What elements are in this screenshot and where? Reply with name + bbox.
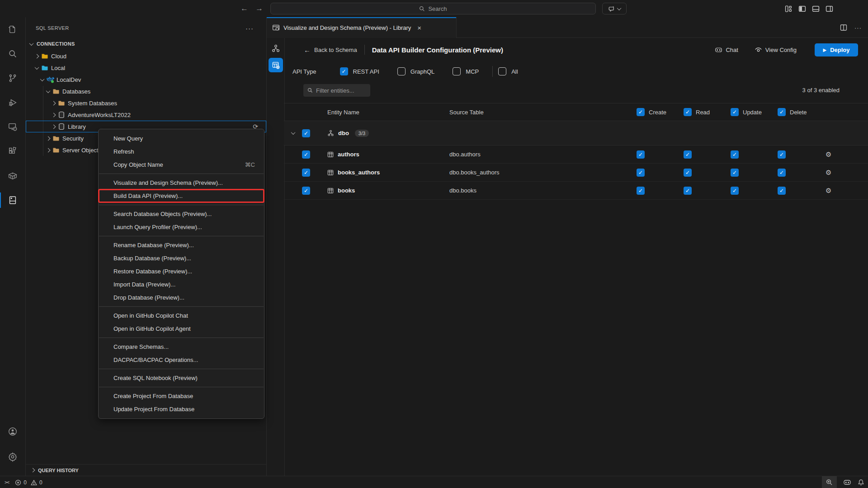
update-checkbox[interactable]: ✓ xyxy=(731,187,739,195)
api-type-graphql[interactable]: GraphQL xyxy=(397,67,434,75)
tab-visualize-design-schema[interactable]: Visualize and Design Schema (Preview) - … xyxy=(267,17,457,38)
remote-explorer-icon[interactable] xyxy=(0,115,25,139)
split-editor-icon[interactable] xyxy=(840,24,847,31)
extensions-icon[interactable] xyxy=(0,139,25,164)
tree-item-adventureworks[interactable]: AdventureWorksLT2022 xyxy=(26,109,266,121)
api-type-mcp[interactable]: MCP xyxy=(453,67,479,75)
checkbox-unchecked-icon[interactable] xyxy=(397,67,406,75)
checkbox-unchecked-icon[interactable] xyxy=(498,67,506,75)
create-checkbox[interactable]: ✓ xyxy=(637,169,645,177)
tree-item-localdev[interactable]: LocalDev xyxy=(26,74,266,85)
create-checkbox[interactable]: ✓ xyxy=(637,187,645,195)
toggle-panel-icon[interactable] xyxy=(812,5,820,13)
api-type-rest[interactable]: ✓ REST API xyxy=(340,67,379,75)
table-row-books-authors[interactable]: ✓ books_authors dbo.books_authors ✓ ✓ ✓ … xyxy=(284,164,868,182)
explorer-icon[interactable] xyxy=(0,17,25,42)
container-icon[interactable] xyxy=(0,164,25,188)
run-debug-icon[interactable] xyxy=(0,90,25,115)
menu-item-copy-object-name[interactable]: Copy Object Name⌘C xyxy=(99,158,264,171)
menu-item-rename-database[interactable]: Rename Database (Preview)... xyxy=(99,239,264,252)
menu-item-refresh[interactable]: Refresh xyxy=(99,145,264,158)
delete-all-checkbox[interactable]: ✓ xyxy=(778,108,786,116)
menu-divider xyxy=(99,174,264,174)
close-icon[interactable]: × xyxy=(417,24,421,32)
remote-indicator-icon[interactable]: >< xyxy=(5,479,9,485)
schema-diagram-icon[interactable] xyxy=(272,44,280,52)
checkbox-unchecked-icon[interactable] xyxy=(453,67,461,75)
chat-button[interactable]: Chat xyxy=(715,47,738,53)
group-checkbox[interactable]: ✓ xyxy=(302,129,310,137)
menu-item-visualize-design-schema[interactable]: Visualize and Design Schema (Preview)... xyxy=(99,176,264,189)
row-settings-gear-icon[interactable]: ⚙ xyxy=(825,169,868,177)
menu-item-create-sql-notebook[interactable]: Create SQL Notebook (Preview) xyxy=(99,371,264,385)
menu-item-compare-schemas[interactable]: Compare Schemas... xyxy=(99,340,264,353)
delete-checkbox[interactable]: ✓ xyxy=(778,187,786,195)
menu-item-dacpac-bacpac[interactable]: DACPAC/BACPAC Operations... xyxy=(99,353,264,366)
filter-entities-field[interactable] xyxy=(316,87,366,94)
table-row-authors[interactable]: ✓ authors dbo.authors ✓ ✓ ✓ ✓ ⚙ xyxy=(284,145,868,164)
row-checkbox[interactable]: ✓ xyxy=(302,187,310,195)
update-all-checkbox[interactable]: ✓ xyxy=(731,108,739,116)
checkbox-checked-icon[interactable]: ✓ xyxy=(340,67,348,75)
delete-checkbox[interactable]: ✓ xyxy=(778,150,786,159)
menu-item-open-copilot-chat[interactable]: Open in GitHub Copilot Chat xyxy=(99,309,264,322)
row-checkbox[interactable]: ✓ xyxy=(302,169,310,177)
settings-gear-icon[interactable] xyxy=(0,444,25,469)
search-input[interactable]: Search xyxy=(270,3,596,14)
menu-item-import-data[interactable]: Import Data (Preview)... xyxy=(99,278,264,291)
menu-item-create-project[interactable]: Create Project From Database xyxy=(99,389,264,403)
copilot-status-icon[interactable] xyxy=(843,479,851,486)
read-checkbox[interactable]: ✓ xyxy=(684,150,692,159)
filter-entities-input[interactable] xyxy=(303,84,370,97)
schema-group-row[interactable]: ✓ dbo 3/3 xyxy=(284,121,868,145)
menu-item-search-database-objects[interactable]: Search Database Objects (Preview)... xyxy=(99,207,264,221)
row-settings-gear-icon[interactable]: ⚙ xyxy=(825,187,868,195)
nav-back-icon[interactable]: ← xyxy=(241,4,248,13)
nav-forward-icon[interactable]: → xyxy=(255,4,263,13)
account-icon[interactable] xyxy=(0,419,25,444)
menu-item-launch-query-profiler[interactable]: Launch Query Profiler (Preview)... xyxy=(99,221,264,234)
read-all-checkbox[interactable]: ✓ xyxy=(684,108,692,116)
tree-item-databases[interactable]: Databases xyxy=(26,85,266,97)
update-checkbox[interactable]: ✓ xyxy=(731,150,739,159)
update-checkbox[interactable]: ✓ xyxy=(731,169,739,177)
source-control-icon[interactable] xyxy=(0,66,25,90)
delete-checkbox[interactable]: ✓ xyxy=(778,169,786,177)
notifications-bell-icon[interactable] xyxy=(858,479,864,486)
read-checkbox[interactable]: ✓ xyxy=(684,169,692,177)
search-sidebar-icon[interactable] xyxy=(0,42,25,66)
menu-item-open-copilot-agent[interactable]: Open in GitHub Copilot Agent xyxy=(99,322,264,335)
more-actions-icon[interactable]: ··· xyxy=(854,24,862,31)
connections-section-header[interactable]: CONNECTIONS xyxy=(26,38,266,50)
menu-item-build-data-api[interactable]: Build Data API (Preview)... xyxy=(99,189,264,202)
sql-server-icon[interactable] xyxy=(0,188,25,212)
chevron-down-icon[interactable] xyxy=(291,130,295,135)
sidebar-more-actions-icon[interactable]: ··· xyxy=(245,24,254,32)
toggle-right-sidebar-icon[interactable] xyxy=(826,5,833,13)
row-settings-gear-icon[interactable]: ⚙ xyxy=(825,150,868,159)
query-history-section-header[interactable]: QUERY HISTORY xyxy=(26,464,266,476)
create-checkbox[interactable]: ✓ xyxy=(637,150,645,159)
menu-item-backup-database[interactable]: Backup Database (Preview)... xyxy=(99,252,264,265)
row-checkbox[interactable]: ✓ xyxy=(302,150,310,159)
data-api-builder-icon[interactable] xyxy=(269,58,283,72)
problems-indicator[interactable]: 0 0 xyxy=(15,479,42,486)
tree-item-system-databases[interactable]: System Databases xyxy=(26,97,266,109)
menu-item-update-project[interactable]: Update Project From Database xyxy=(99,403,264,416)
api-type-all[interactable]: All xyxy=(498,67,518,75)
tree-item-cloud[interactable]: Cloud xyxy=(26,50,266,62)
copilot-menu-button[interactable] xyxy=(602,3,627,14)
menu-item-restore-database[interactable]: Restore Database (Preview)... xyxy=(99,265,264,278)
customize-layout-icon[interactable] xyxy=(785,5,793,13)
read-checkbox[interactable]: ✓ xyxy=(684,187,692,195)
deploy-button[interactable]: ▶ Deploy xyxy=(815,43,858,56)
toggle-left-sidebar-icon[interactable] xyxy=(798,5,806,13)
back-to-schema-button[interactable]: ← Back to Schema xyxy=(304,46,357,54)
tree-item-local[interactable]: Local xyxy=(26,62,266,74)
menu-item-new-query[interactable]: New Query xyxy=(99,132,264,145)
create-all-checkbox[interactable]: ✓ xyxy=(637,108,645,116)
view-config-button[interactable]: View Config xyxy=(755,47,797,53)
zoom-control[interactable] xyxy=(822,476,837,488)
menu-item-drop-database[interactable]: Drop Database (Preview)... xyxy=(99,291,264,304)
table-row-books[interactable]: ✓ books dbo.books ✓ ✓ ✓ ✓ ⚙ xyxy=(284,182,868,200)
